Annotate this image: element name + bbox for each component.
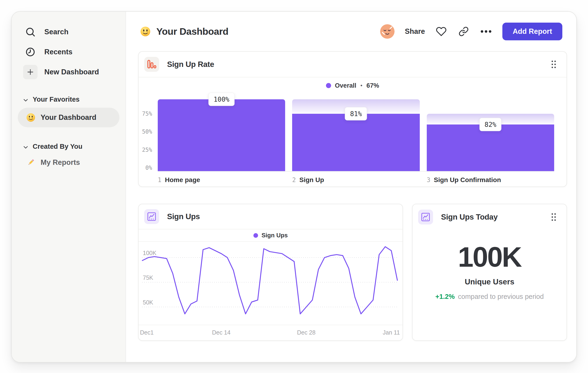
card-sign-up-rate: Sign Up Rate Overall • 67% [138, 51, 567, 187]
funnel-bar-value-label: 100% [208, 93, 234, 106]
smiley-emoji-icon [140, 26, 151, 37]
funnel-y-tick: 50% [142, 129, 152, 135]
app-window: Search Recents New Das [11, 11, 577, 363]
metric-label: Unique Users [465, 277, 514, 286]
screen: Search Recents New Das [0, 0, 588, 373]
funnel-chart[interactable]: 75%50%25%0% 100%81%82% [139, 99, 567, 171]
metric-delta-row: +1.2% compared to previous period [435, 293, 544, 301]
copy-link-button[interactable] [458, 25, 470, 38]
funnel-bar-home-page[interactable]: 100% [158, 99, 285, 171]
dashboard-header: Your Dashboard Share [138, 12, 567, 51]
line-x-tick: Dec 14 [212, 329, 231, 336]
more-options-button[interactable] [480, 25, 492, 38]
smiley-emoji-icon [26, 113, 35, 122]
sidebar-section-your-favorites: Your Favorites Your Dashboard [18, 95, 119, 127]
line-x-tick: Jan 11 [383, 329, 400, 336]
delta-value: +1.2% [435, 293, 455, 301]
legend-value: 67% [367, 82, 379, 89]
funnel-bar-sign-up[interactable]: 81% [292, 99, 420, 171]
legend-label: Overall [335, 82, 356, 89]
clock-icon [23, 45, 38, 60]
section-label: Created By You [33, 143, 82, 150]
card-title: Sign Up Rate [167, 60, 214, 69]
section-header-your-favorites[interactable]: Your Favorites [18, 95, 119, 104]
funnel-bar-value-label: 81% [345, 107, 367, 120]
funnel-bar-fill [292, 114, 420, 171]
sidebar-section-created-by-you: Created By You My Reports [18, 142, 119, 171]
line-legend[interactable]: Sign Ups [139, 229, 402, 242]
drag-handle-icon[interactable] [551, 213, 557, 222]
dashboard-title-group: Your Dashboard [140, 26, 228, 37]
legend-label: Sign Ups [262, 232, 288, 239]
line-y-tick: 100K [143, 250, 156, 256]
sidebar-item-new-dashboard[interactable]: New Dashboard [18, 65, 119, 79]
add-report-button[interactable]: Add Report [502, 23, 562, 40]
section-header-created-by-you[interactable]: Created By You [18, 142, 119, 151]
card-header: Sign Ups Today [412, 204, 567, 230]
chevron-down-icon [23, 143, 28, 150]
line-x-axis: Dec1Dec 14Dec 28Jan 11 [139, 325, 402, 341]
funnel-step-label: 1Home page [158, 176, 285, 184]
funnel-chart-icon [144, 57, 159, 72]
funnel-y-tick: 0% [145, 165, 152, 171]
line-x-tick: Dec 28 [297, 329, 315, 336]
funnel-bar-fill [158, 99, 285, 171]
sidebar-item-label: Search [44, 28, 68, 36]
pencil-emoji-icon [26, 158, 35, 167]
legend-dot [253, 233, 258, 238]
sidebar-item-your-dashboard[interactable]: Your Dashboard [18, 108, 119, 127]
section-label: Your Favorites [33, 96, 80, 103]
sidebar-item-label: My Reports [41, 158, 80, 167]
delta-caption: compared to previous period [458, 293, 544, 301]
header-actions: Share [380, 23, 562, 40]
metric-body: 100K Unique Users +1.2% compared to prev… [412, 230, 567, 301]
funnel-bar-value-label: 82% [480, 118, 502, 131]
card-title: Sign Ups Today [441, 213, 498, 222]
avatar[interactable] [380, 24, 395, 39]
funnel-step-label: 2Sign Up [292, 176, 420, 184]
sidebar-item-label: Your Dashboard [41, 113, 96, 122]
funnel-y-tick: 75% [142, 111, 152, 117]
line-y-tick: 50K [143, 299, 153, 306]
legend-separator: • [360, 82, 363, 89]
line-chart-icon [144, 209, 159, 224]
cards-row: Sign Ups Sign Ups 100K75K50K Dec1Dec 14D… [138, 204, 567, 341]
favorite-button[interactable] [435, 25, 447, 38]
line-chart-plot[interactable]: 100K75K50K [142, 242, 397, 325]
card-title: Sign Ups [167, 212, 200, 221]
search-icon [23, 24, 38, 40]
funnel-x-axis: 1Home page2Sign Up3Sign Up Confirmation [139, 171, 567, 184]
card-sign-ups: Sign Ups Sign Ups 100K75K50K Dec1Dec 14D… [138, 204, 403, 341]
chevron-down-icon [23, 96, 28, 103]
drag-handle-icon[interactable] [551, 60, 557, 69]
ellipsis-icon [480, 29, 492, 34]
line-chart-icon [418, 210, 433, 224]
plus-icon [23, 65, 38, 79]
sidebar-item-recents[interactable]: Recents [18, 45, 119, 59]
sidebar-item-search[interactable]: Search [18, 25, 119, 39]
line-x-tick: Dec1 [140, 329, 154, 336]
page-title: Your Dashboard [156, 26, 228, 37]
funnel-y-axis: 75%50%25%0% [139, 99, 154, 171]
link-icon [459, 26, 469, 37]
heart-icon [436, 26, 447, 37]
funnel-bar-sign-up-confirmation[interactable]: 82% [427, 99, 554, 171]
metric-value: 100K [458, 243, 521, 271]
line-y-tick: 75K [143, 274, 153, 281]
sidebar-item-label: Recents [44, 48, 73, 56]
card-sign-ups-today: Sign Ups Today 100K Unique Users [412, 204, 567, 341]
sidebar-item-label: New Dashboard [44, 68, 99, 76]
funnel-legend[interactable]: Overall • 67% [139, 77, 567, 94]
card-header: Sign Up Rate [139, 52, 567, 77]
sidebar: Search Recents New Das [12, 12, 126, 362]
funnel-y-tick: 25% [142, 147, 152, 153]
share-button[interactable]: Share [405, 27, 425, 36]
sidebar-item-my-reports[interactable]: My Reports [18, 153, 119, 171]
funnel-bar-fill [427, 124, 554, 171]
funnel-step-label: 3Sign Up Confirmation [427, 176, 554, 184]
line-series [142, 242, 397, 325]
main-content: Your Dashboard Share [126, 12, 576, 362]
legend-dot [326, 83, 331, 88]
card-header: Sign Ups [139, 204, 402, 229]
